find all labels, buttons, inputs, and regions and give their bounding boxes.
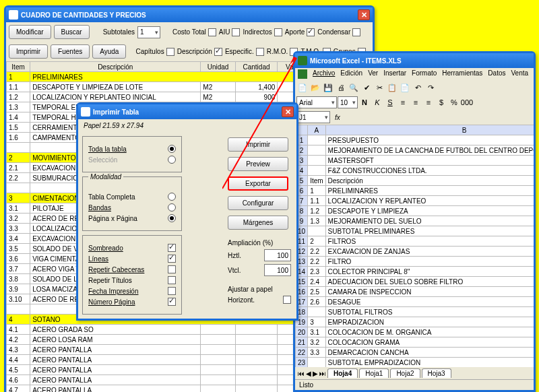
bandas-radio[interactable]: Bandas (88, 203, 176, 211)
table-row[interactable]: 122.2EXCAVACION DE ZANJASM31,0327,020 (296, 247, 534, 257)
w2-titlebar[interactable]: Imprimir Tabla ✕ (78, 104, 296, 119)
w1-titlebar[interactable]: CUADRO DE CANTIDADES Y PRECIOS ✕ (6, 7, 373, 22)
table-row[interactable]: 152.4ADECUACION DEL SUELO SOBRE FILTROM2… (296, 277, 534, 287)
subtotales-combo[interactable]: 1 (137, 26, 160, 38)
col-header[interactable]: Descripción (30, 62, 201, 72)
capitulos-check[interactable]: Capítulos (135, 48, 174, 56)
align-left-icon[interactable]: ≡ (397, 96, 409, 108)
menu-edicion[interactable]: Edición (340, 69, 362, 79)
table-row[interactable]: 223.3DEMARCACION CANCHAGL1849,140 (296, 348, 534, 358)
aporte-check[interactable]: Aporte (285, 28, 315, 36)
dlg-margenes-button[interactable]: Márgenes (228, 216, 288, 230)
dlg-imprimir-button[interactable]: Imprimir (228, 137, 288, 152)
tab-hoja3[interactable]: Hoja3 (422, 368, 451, 378)
tabla-completa-radio[interactable]: Tabla Completa (88, 193, 176, 201)
align-center-icon[interactable]: ≡ (410, 96, 422, 108)
pagina-radio[interactable]: Página x Página (88, 214, 176, 222)
rep-tit-check[interactable]: Repetir Títulos (88, 276, 176, 284)
especific-check[interactable]: Especific. (225, 48, 264, 56)
hztl-input[interactable] (264, 249, 291, 261)
close-icon[interactable]: ✕ (358, 9, 370, 20)
fx-label[interactable]: fx (331, 114, 344, 121)
menu-formato[interactable]: Formato (412, 69, 437, 79)
table-row[interactable]: 91.3MEJORAMIENTO DEL SUELOM387920,738 (296, 216, 534, 226)
dlg-configurar-button[interactable]: Configurar (228, 196, 288, 210)
costo-total-check[interactable]: Costo Total (172, 28, 216, 36)
tab-hoja4[interactable]: Hoja4 (327, 368, 358, 378)
ayuda-button[interactable]: Ayuda (92, 44, 126, 59)
table-row[interactable]: 112FILTROS (296, 236, 534, 247)
table-row[interactable]: 172.6DESAGUEML8991,569 (296, 297, 534, 307)
menu-ver[interactable]: Ver (368, 69, 378, 79)
tab-nav-last-icon[interactable]: ⏭ (319, 370, 326, 377)
dlg-exportar-button[interactable]: Exportar (228, 176, 288, 191)
fuentes-button[interactable]: Fuentes (51, 44, 90, 59)
lineas-check[interactable]: Líneas (88, 255, 176, 263)
bold-icon[interactable]: N (358, 96, 371, 108)
close-icon[interactable]: ✕ (282, 106, 294, 117)
table-row[interactable]: 18SUBTOTAL FILTROS (296, 307, 534, 317)
vtcl-input[interactable] (264, 264, 291, 276)
col-header[interactable]: A (308, 125, 325, 135)
open-icon[interactable]: 📂 (309, 81, 321, 94)
table-row[interactable]: 2MEJORAMIENTO DE LA CANCHA DE FUTBOL DEL… (296, 145, 534, 156)
cut-icon[interactable]: ✂ (373, 81, 385, 94)
toda-tabla-radio[interactable]: Toda la tabla (88, 145, 176, 153)
col-header[interactable]: Item (7, 62, 30, 72)
condensar-check[interactable]: Condensar (317, 28, 360, 36)
dlg-preview-button[interactable]: Preview (228, 157, 288, 171)
paste-icon[interactable]: 📄 (399, 81, 411, 94)
col-header[interactable]: Cantidad (235, 62, 277, 72)
imprimir-button[interactable]: Imprimir (9, 44, 48, 59)
italic-icon[interactable]: K (371, 96, 383, 108)
numpag-check[interactable]: Número Página (88, 298, 176, 306)
table-row[interactable]: 4F&Z CONSTRUCCIONES LTDA. (296, 166, 534, 176)
percent-icon[interactable]: % (448, 96, 460, 108)
font-combo[interactable]: Arial (296, 96, 337, 108)
table-row[interactable]: 3MASTERSOFT (296, 156, 534, 166)
table-row[interactable]: 1PRESUPUESTO (296, 135, 534, 145)
new-icon[interactable]: 📄 (296, 81, 309, 94)
redo-icon[interactable]: ↷ (424, 81, 437, 94)
copy-icon[interactable]: 📋 (386, 81, 398, 94)
table-row[interactable]: 23SUBTOTAL EMPRADIZACION (296, 358, 534, 368)
table-row[interactable]: 142.3COLECTOR PRINCIPAL 8"ML28256,315 (296, 267, 534, 277)
excel-grid[interactable]: ABCDE1PRESUPUESTO2MEJORAMIENTO DE LA CAN… (295, 125, 534, 367)
print-icon[interactable]: 🖨 (335, 81, 347, 94)
table-row[interactable]: 213.2COLOCACION GRAMAM27,3247,562 (296, 337, 534, 348)
table-row[interactable]: 132.2FILTROML1,29627,998 (296, 257, 534, 267)
menu-herramientas[interactable]: Herramientas (442, 69, 482, 79)
descripcion-check[interactable]: Descripción (177, 48, 222, 56)
currency-icon[interactable]: $ (435, 96, 447, 108)
buscar-button[interactable]: Buscar (54, 25, 90, 39)
table-row[interactable]: 203.1COLOCACION DE M. ORGANICAM27,3241,1… (296, 327, 534, 337)
table-row[interactable]: 162.5CAMARA DE INSPECCIONUND2510,611 (296, 287, 534, 297)
table-row[interactable]: 193EMPRADIZACION (296, 317, 534, 327)
tab-nav-next-icon[interactable]: ▶ (313, 370, 318, 377)
horizont-check[interactable]: Horizont. (228, 296, 291, 304)
undo-icon[interactable]: ↶ (412, 81, 424, 94)
modificar-button[interactable]: Modificar (9, 25, 51, 39)
table-row[interactable]: 5ItemDescripciónUnidadCantidadValor Unit… (296, 176, 534, 186)
preview-icon[interactable]: 🔍 (348, 81, 360, 94)
spell-icon[interactable]: ✔ (360, 81, 373, 94)
table-row[interactable]: 10SUBTOTAL PRELIMINARES (296, 226, 534, 236)
size-combo[interactable]: 10 (338, 96, 358, 108)
sombreado-check[interactable]: Sombreado (88, 244, 176, 252)
col-header[interactable]: Unidad (201, 62, 235, 72)
thousands-icon[interactable]: 000 (461, 96, 473, 108)
table-row[interactable]: 81.2DESCAPOTE Y LIMPIEZAM27,324987 (296, 206, 534, 216)
cell-ref[interactable]: J1 (296, 111, 330, 123)
save-icon[interactable]: 💾 (322, 81, 334, 94)
rep-cab-check[interactable]: Repetir Cabeceras (88, 265, 176, 273)
menu-insertar[interactable]: Insertar (383, 69, 406, 79)
w3-titlebar[interactable]: Microsoft Excel - ITEMS.XLS (295, 53, 534, 68)
menu-ventana[interactable]: Venta (511, 69, 528, 79)
fecha-check[interactable]: Fecha Impresión (88, 287, 176, 295)
tab-hoja1[interactable]: Hoja1 (359, 368, 389, 378)
tab-nav-prev-icon[interactable]: ◀ (306, 370, 311, 377)
menu-datos[interactable]: Datos (488, 69, 505, 79)
indirectos-check[interactable]: Indirectos (243, 28, 282, 36)
seleccion-radio[interactable]: Selección (88, 156, 176, 164)
menu-archivo[interactable]: Archivo (313, 69, 335, 79)
